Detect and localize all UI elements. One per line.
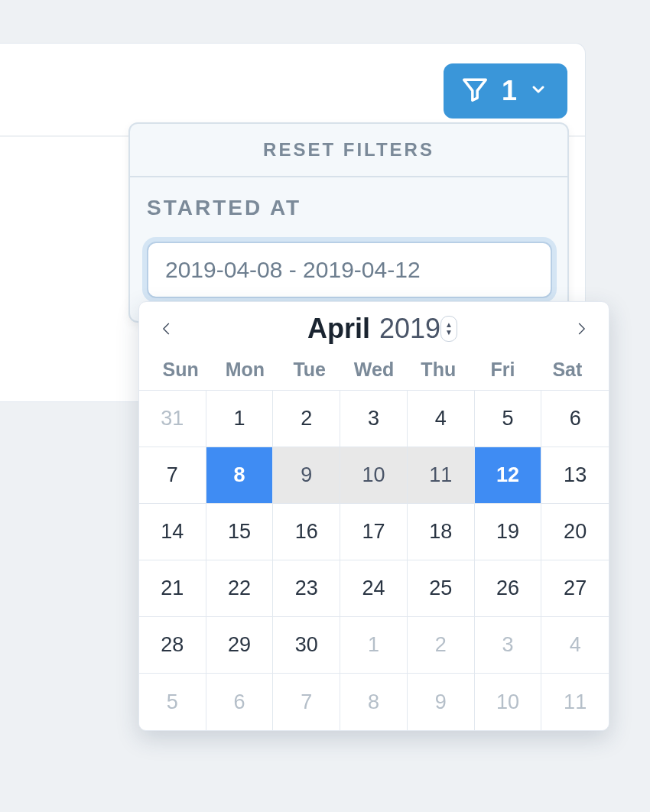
filter-section-started-at: STARTED AT [130, 177, 567, 321]
calendar-day[interactable]: 5 [139, 674, 206, 730]
calendar-day[interactable]: 23 [273, 560, 340, 617]
calendar-day[interactable]: 6 [206, 674, 274, 730]
calendar-day[interactable]: 1 [340, 617, 408, 674]
prev-month-button[interactable] [156, 318, 177, 339]
chevron-down-icon [529, 80, 548, 102]
filter-icon [460, 75, 489, 107]
calendar-day[interactable]: 9 [408, 674, 475, 730]
calendar-header: April 2019 ▲ ▼ [139, 313, 609, 352]
calendar-day[interactable]: 27 [541, 560, 609, 617]
calendar-day[interactable]: 9 [273, 447, 340, 504]
calendar-day[interactable]: 22 [206, 560, 274, 617]
calendar-day[interactable]: 26 [475, 560, 542, 617]
calendar-year[interactable]: 2019 [379, 313, 440, 345]
calendar-day[interactable]: 2 [273, 391, 340, 447]
weekday-label: Tue [278, 359, 342, 381]
calendar-day[interactable]: 21 [139, 560, 206, 617]
calendar-day[interactable]: 8 [206, 447, 274, 504]
calendar-day[interactable]: 8 [340, 674, 408, 730]
date-picker: April 2019 ▲ ▼ Sun Mon Tue Wed Thu Fri S… [138, 301, 609, 731]
calendar-day[interactable]: 4 [408, 391, 475, 447]
calendar-day[interactable]: 3 [475, 617, 542, 674]
calendar-day[interactable]: 31 [139, 391, 206, 447]
calendar-day[interactable]: 19 [475, 504, 542, 560]
calendar-day[interactable]: 1 [206, 391, 274, 447]
calendar-day[interactable]: 12 [475, 447, 542, 504]
calendar-day[interactable]: 10 [340, 447, 408, 504]
calendar-day[interactable]: 5 [475, 391, 542, 447]
weekday-label: Fri [470, 359, 535, 381]
weekday-label: Sun [148, 359, 213, 381]
calendar-day[interactable]: 11 [408, 447, 475, 504]
calendar-day[interactable]: 15 [206, 504, 274, 560]
reset-filters-button[interactable]: RESET FILTERS [130, 124, 567, 177]
calendar-day[interactable]: 20 [541, 504, 609, 560]
date-range-input[interactable] [147, 242, 552, 298]
calendar-day[interactable]: 11 [541, 674, 609, 730]
calendar-day[interactable]: 13 [541, 447, 609, 504]
calendar-day[interactable]: 7 [139, 447, 206, 504]
calendar-weekday-row: Sun Mon Tue Wed Thu Fri Sat [139, 352, 609, 390]
calendar-day[interactable]: 4 [541, 617, 609, 674]
calendar-day[interactable]: 17 [340, 504, 408, 560]
calendar-day[interactable]: 30 [273, 617, 340, 674]
calendar-month[interactable]: April [307, 313, 370, 345]
calendar-day[interactable]: 6 [541, 391, 609, 447]
filter-button[interactable]: 1 [444, 63, 567, 119]
weekday-label: Wed [342, 359, 406, 381]
calendar-day[interactable]: 29 [206, 617, 274, 674]
calendar-day[interactable]: 10 [475, 674, 542, 730]
filter-label: STARTED AT [147, 196, 552, 220]
next-month-button[interactable] [570, 318, 592, 339]
calendar-day[interactable]: 2 [408, 617, 475, 674]
filter-count: 1 [502, 75, 517, 107]
weekday-label: Thu [406, 359, 470, 381]
filter-popover: RESET FILTERS STARTED AT [128, 122, 569, 323]
calendar-day[interactable]: 14 [139, 504, 206, 560]
calendar-grid: 3112345678910111213141516171819202122232… [139, 390, 609, 730]
year-down-icon[interactable]: ▼ [445, 329, 453, 336]
weekday-label: Sat [535, 359, 600, 381]
calendar-day[interactable]: 25 [408, 560, 475, 617]
calendar-day[interactable]: 16 [273, 504, 340, 560]
calendar-title: April 2019 ▲ ▼ [307, 313, 440, 345]
calendar-day[interactable]: 28 [139, 617, 206, 674]
year-spinner[interactable]: ▲ ▼ [440, 316, 457, 342]
weekday-label: Mon [213, 359, 277, 381]
calendar-day[interactable]: 3 [340, 391, 408, 447]
calendar-day[interactable]: 18 [408, 504, 475, 560]
calendar-day[interactable]: 7 [273, 674, 340, 730]
calendar-day[interactable]: 24 [340, 560, 408, 617]
